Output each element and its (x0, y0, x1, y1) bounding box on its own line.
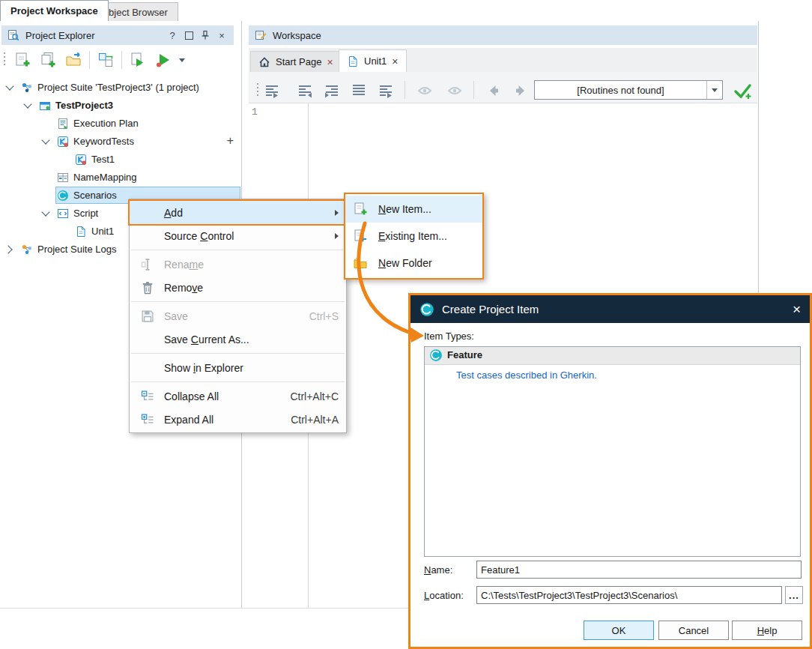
preview-button[interactable] (443, 81, 466, 100)
add-submenu: New Item... Existing Item... New Folder (344, 193, 484, 280)
workspace-header: Workspace (249, 25, 757, 45)
toolbar-drag-handle[interactable] (257, 83, 258, 98)
submenu-item-existing-item[interactable]: Existing Item... (345, 223, 482, 250)
feature-description[interactable]: Test cases described in Gherkin. (456, 369, 597, 381)
close-icon[interactable]: × (793, 302, 801, 316)
menu-item-source-control[interactable]: Source Control (130, 224, 346, 247)
close-icon[interactable]: × (216, 29, 228, 41)
indent-button[interactable] (321, 81, 343, 100)
open-item-button[interactable] (61, 49, 86, 71)
routines-dropdown[interactable]: [Routines not found] (534, 80, 723, 100)
project-suite-icon (21, 82, 33, 94)
menu-separator (131, 353, 345, 354)
document-tabbar: Start Page × Unit1 × (249, 48, 757, 72)
cancel-button[interactable]: Cancel (658, 621, 729, 640)
save-icon (140, 309, 155, 324)
help-icon[interactable]: ? (166, 29, 178, 41)
feature-item-header[interactable]: Feature (425, 347, 800, 365)
location-input[interactable] (476, 586, 782, 604)
add-project-button[interactable] (35, 49, 61, 71)
check-syntax-button[interactable] (730, 81, 755, 100)
trash-icon (140, 280, 155, 295)
menu-item-add[interactable]: Add (130, 201, 346, 224)
watch-expression-button[interactable] (413, 81, 436, 100)
unit-icon (347, 55, 359, 67)
chevron-down-icon[interactable] (22, 100, 33, 111)
preview-icon (446, 82, 463, 99)
run-suite-icon (154, 51, 172, 69)
project-explorer-toolbar (0, 46, 241, 73)
ok-button[interactable]: OK (584, 621, 654, 640)
tree-item-namemapping[interactable]: NameMapping (0, 169, 241, 187)
workspace-icon (255, 29, 267, 41)
menu-item-save-current-as[interactable]: Save Current As... (130, 327, 346, 351)
dialog-titlebar[interactable]: Create Project Item × (410, 295, 810, 323)
comment-button[interactable] (375, 81, 397, 100)
add-item-button[interactable] (10, 49, 35, 71)
run-options-dropdown[interactable] (176, 49, 188, 71)
dialog-title: Create Project Item (442, 303, 539, 316)
justify-button[interactable] (348, 81, 370, 100)
help-button[interactable]: Help (732, 621, 802, 640)
pin-icon[interactable] (199, 29, 211, 41)
navigate-back-button[interactable] (482, 81, 505, 100)
existing-item-icon (353, 229, 368, 244)
submenu-item-new-item[interactable]: New Item... (345, 196, 482, 223)
outdent-button[interactable] (294, 81, 316, 100)
tab-start-page[interactable]: Start Page × (250, 51, 342, 72)
testcomplete-window: Project Workspace Object Browser Project… (0, 0, 812, 649)
rename-icon (140, 257, 155, 272)
menu-item-rename[interactable]: Rename (130, 253, 346, 276)
tree-item-keywordtests[interactable]: KeywordTests + (0, 133, 241, 151)
submenu-arrow-icon (335, 233, 339, 239)
justify-icon (351, 82, 367, 99)
project-explorer-icon (7, 29, 19, 41)
tree-item-test1[interactable]: Test1 (0, 151, 241, 169)
collapse-all-icon (140, 389, 155, 404)
watch-icon (416, 82, 433, 99)
namemapping-icon (57, 172, 69, 184)
panel-title: Project Explorer (25, 30, 94, 41)
navigate-forward-button[interactable] (509, 81, 532, 100)
menu-item-expand-all[interactable]: Expand All Ctrl+Alt+A (130, 408, 346, 431)
menu-separator (131, 301, 345, 302)
chevron-down-icon (706, 81, 722, 99)
open-item-icon (64, 51, 82, 69)
name-input[interactable] (476, 561, 802, 579)
tree-item-project-suite[interactable]: Project Suite 'TestProject3' (1 project) (0, 79, 241, 97)
organize-items-button[interactable] (93, 49, 118, 71)
keywordtests-icon (57, 136, 69, 148)
menu-item-save[interactable]: Save Ctrl+S (130, 304, 346, 327)
menu-item-show-in-explorer[interactable]: Show in Explorer (130, 356, 346, 379)
chevron-down-icon[interactable] (40, 208, 51, 219)
close-icon[interactable]: × (327, 57, 333, 67)
menu-separator (131, 250, 345, 250)
chevron-down-icon[interactable] (4, 82, 15, 93)
tree-item-testproject3[interactable]: TestProject3 (0, 97, 241, 115)
add-project-icon (39, 51, 57, 69)
tab-unit1[interactable]: Unit1 × (339, 49, 407, 72)
add-child-button[interactable]: + (227, 134, 234, 148)
submenu-arrow-icon (335, 210, 339, 216)
scenarios-icon (57, 190, 69, 202)
tab-project-workspace[interactable]: Project Workspace (0, 0, 109, 21)
item-types-list[interactable]: Feature Test cases described in Gherkin. (424, 346, 801, 557)
add-item-icon (13, 51, 31, 69)
format-code-icon (264, 82, 280, 99)
close-icon[interactable]: × (392, 56, 398, 67)
run-suite-button[interactable] (151, 49, 176, 71)
chevron-down-icon[interactable] (40, 136, 51, 147)
float-window-icon[interactable] (183, 29, 195, 41)
chevron-down-icon (179, 58, 185, 62)
submenu-item-new-folder[interactable]: New Folder (345, 250, 482, 277)
item-types-label: Item Types: (424, 330, 474, 342)
run-project-button[interactable] (125, 49, 151, 71)
menu-item-remove[interactable]: Remove (130, 276, 346, 299)
menu-item-collapse-all[interactable]: Collapse All Ctrl+Alt+C (130, 384, 346, 408)
format-code-button[interactable] (261, 81, 283, 100)
chevron-right-icon[interactable] (4, 244, 15, 255)
organize-items-icon (97, 51, 115, 69)
browse-button[interactable]: ... (785, 586, 803, 604)
tree-item-execution-plan[interactable]: Execution Plan (0, 115, 241, 133)
toolbar-drag-handle[interactable] (4, 52, 5, 67)
